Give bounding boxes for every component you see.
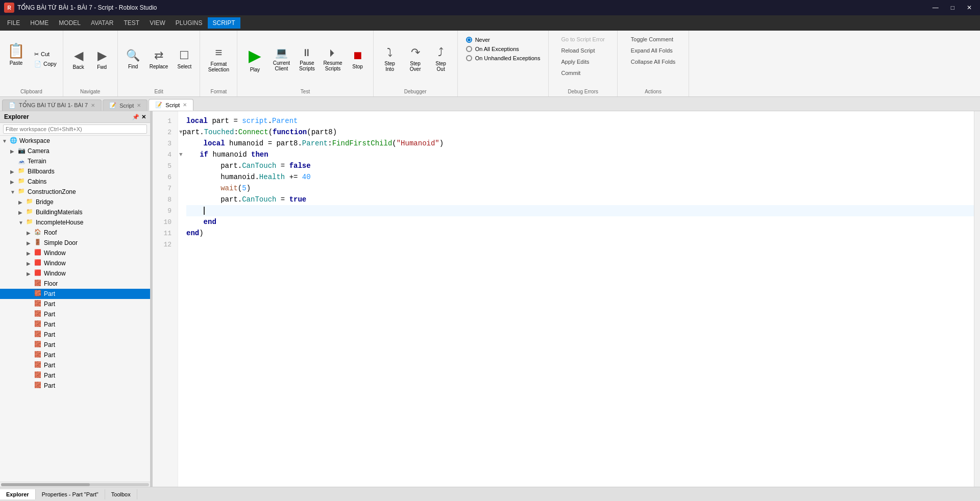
tree-item-part9[interactable]: 🧱 Part <box>0 381 150 391</box>
tab-main[interactable]: 📄 TỔNG BÀI TỪ BÀI 1- BÀI 7 ✕ <box>2 99 102 111</box>
tree-item-window1[interactable]: ▶ 🟥 Window <box>0 248 150 258</box>
bottom-tab-properties[interactable]: Properties - Part "Part" <box>36 489 105 499</box>
goto-script-error-button[interactable]: Go to Script Error <box>557 35 609 44</box>
tree-item-floor[interactable]: 🧱 Floor <box>0 279 150 289</box>
tree-item-part-selected[interactable]: 🧱 Part <box>0 289 150 299</box>
roof-icon: 🏠 <box>34 229 42 237</box>
step-into-button[interactable]: ⤵ StepInto <box>378 39 402 80</box>
step-over-button[interactable]: ↷ StepOver <box>403 39 428 80</box>
find-button[interactable]: 🔍 Find <box>122 39 144 80</box>
menu-plugins[interactable]: PLUGINS <box>170 17 208 29</box>
copy-button[interactable]: 📄 Copy <box>31 60 60 68</box>
incompletehouse-expand-icon: ▼ <box>18 220 24 226</box>
ribbon-group-navigate: ◀ Back ▶ Fwd Navigate <box>63 31 118 96</box>
find-label: Find <box>128 64 138 69</box>
radio-on-unhandled[interactable]: On Unhandled Exceptions <box>466 55 541 61</box>
tree-item-bridge[interactable]: ▶ 📁 Bridge <box>0 197 150 207</box>
play-button[interactable]: ▶ Play <box>241 39 268 80</box>
cut-icon: ✂ <box>34 51 39 58</box>
menu-script[interactable]: SCRIPT <box>208 17 240 29</box>
paste-button[interactable]: 📋 Paste <box>3 40 29 78</box>
stop-button[interactable]: ⏹ Stop <box>347 39 369 80</box>
play-label: Play <box>250 67 260 72</box>
menu-avatar[interactable]: AVATAR <box>86 17 118 29</box>
replace-button[interactable]: ⇄ Replace <box>146 39 172 80</box>
tree-item-part6[interactable]: 🧱 Part <box>0 350 150 360</box>
tab-script2[interactable]: 📝 Script ✕ <box>149 99 193 111</box>
stop-icon: ⏹ <box>352 49 363 62</box>
code-line-9 <box>186 205 974 216</box>
cut-button[interactable]: ✂ Cut <box>31 50 60 59</box>
tree-item-billboards[interactable]: ▶ 📁 Billboards <box>0 166 150 177</box>
line-numbers: 1 2 3 4 5 6 7 8 9 10 11 12 <box>153 111 178 487</box>
tree-item-constructionzone[interactable]: ▼ 📁 ConstructionZone <box>0 187 150 197</box>
line-num-12: 12 <box>153 239 178 250</box>
commit-button[interactable]: Commit <box>557 68 609 78</box>
tree-item-window2[interactable]: ▶ 🟥 Window <box>0 258 150 268</box>
close-button[interactable]: ✕ <box>963 3 976 12</box>
select-button[interactable]: ☐ Select <box>173 39 195 80</box>
tree-item-terrain[interactable]: 🗻 Terrain <box>0 156 150 166</box>
tree-item-part3[interactable]: 🧱 Part <box>0 319 150 330</box>
line-num-10: 10 <box>153 216 178 228</box>
minimize-button[interactable]: — <box>928 3 943 12</box>
menu-file[interactable]: FILE <box>2 17 25 29</box>
explorer-tree: ▼ 🌐 Workspace ▶ 📷 Camera 🗻 Terrain ▶ 📁 B… <box>0 136 150 482</box>
select-icon: ☐ <box>179 49 189 62</box>
line-num-3: 3 <box>153 138 178 149</box>
explorer-close-button[interactable]: ✕ <box>141 114 146 120</box>
back-label: Back <box>73 64 84 70</box>
filter-bar <box>0 123 150 136</box>
editor-scrollbar[interactable] <box>974 111 980 487</box>
resume-scripts-button[interactable]: ⏵ ResumeScripts <box>320 39 345 80</box>
radio-never[interactable]: Never <box>466 37 541 43</box>
radio-on-all[interactable]: On All Exceptions <box>466 46 541 52</box>
debug-errors-buttons: Go to Script Error Reload Script Apply E… <box>553 33 613 88</box>
tab-script1-close[interactable]: ✕ <box>137 103 141 108</box>
step-out-button[interactable]: ⤴ StepOut <box>429 39 453 80</box>
constructionzone-label: ConstructionZone <box>28 188 76 195</box>
tree-item-incompletehouse[interactable]: ▼ 📁 IncompleteHouse <box>0 217 150 228</box>
tree-item-cabins[interactable]: ▶ 📁 Cabins <box>0 177 150 187</box>
menu-view[interactable]: VIEW <box>144 17 170 29</box>
bottom-tab-explorer[interactable]: Explorer <box>0 489 36 499</box>
current-client-button[interactable]: 💻 CurrentClient <box>269 39 293 80</box>
fwd-button[interactable]: ▶ Fwd <box>91 39 113 80</box>
tree-item-part2[interactable]: 🧱 Part <box>0 309 150 319</box>
tree-item-roof[interactable]: ▶ 🏠 Roof <box>0 228 150 238</box>
explorer-h-scrollbar[interactable] <box>0 482 150 487</box>
tab-main-close[interactable]: ✕ <box>91 103 95 108</box>
tree-item-part4[interactable]: 🧱 Part <box>0 330 150 340</box>
back-button[interactable]: ◀ Back <box>67 39 90 80</box>
tree-item-part7[interactable]: 🧱 Part <box>0 360 150 370</box>
tree-item-simpledoor[interactable]: ▶ 🚪 Simple Door <box>0 238 150 248</box>
menu-model[interactable]: MODEL <box>54 17 86 29</box>
actions-group-label: Actions <box>618 89 689 94</box>
line-num-6: 6 <box>153 171 178 183</box>
toggle-comment-button[interactable]: Toggle Comment <box>627 35 679 44</box>
collapse-all-folds-button[interactable]: Collapse All Folds <box>627 57 679 66</box>
tree-item-part8[interactable]: 🧱 Part <box>0 370 150 381</box>
maximize-button[interactable]: □ <box>947 3 959 12</box>
tree-item-part1[interactable]: 🧱 Part <box>0 299 150 309</box>
apply-edits-button[interactable]: Apply Edits <box>557 57 609 66</box>
code-editor[interactable]: 1 2 3 4 5 6 7 8 9 10 11 12 local part = … <box>153 111 980 487</box>
tab-script1[interactable]: 📝 Script ✕ <box>103 99 148 111</box>
code-line-6: humanoid.Health += 40 <box>186 171 974 183</box>
tree-item-window3[interactable]: ▶ 🟥 Window <box>0 268 150 279</box>
tree-item-part5[interactable]: 🧱 Part <box>0 340 150 350</box>
tree-item-buildingmaterials[interactable]: ▶ 📁 BuildingMaterials <box>0 207 150 217</box>
menu-home[interactable]: HOME <box>25 17 54 29</box>
filter-input[interactable] <box>3 124 147 134</box>
tree-item-camera[interactable]: ▶ 📷 Camera <box>0 146 150 156</box>
code-content[interactable]: local part = script.Parent ▼ part.Touche… <box>178 111 974 487</box>
explorer-pin-button[interactable]: 📌 <box>132 114 139 120</box>
tab-script2-close[interactable]: ✕ <box>183 102 187 108</box>
reload-script-button[interactable]: Reload Script <box>557 46 609 55</box>
bottom-tab-toolbox[interactable]: Toolbox <box>105 489 137 499</box>
format-selection-button[interactable]: ≡ FormatSelection <box>204 39 233 80</box>
pause-scripts-button[interactable]: ⏸ PauseScripts <box>295 39 319 80</box>
tree-item-workspace[interactable]: ▼ 🌐 Workspace <box>0 136 150 146</box>
menu-test[interactable]: TEST <box>118 17 144 29</box>
expand-all-folds-button[interactable]: Expand All Folds <box>627 46 679 55</box>
